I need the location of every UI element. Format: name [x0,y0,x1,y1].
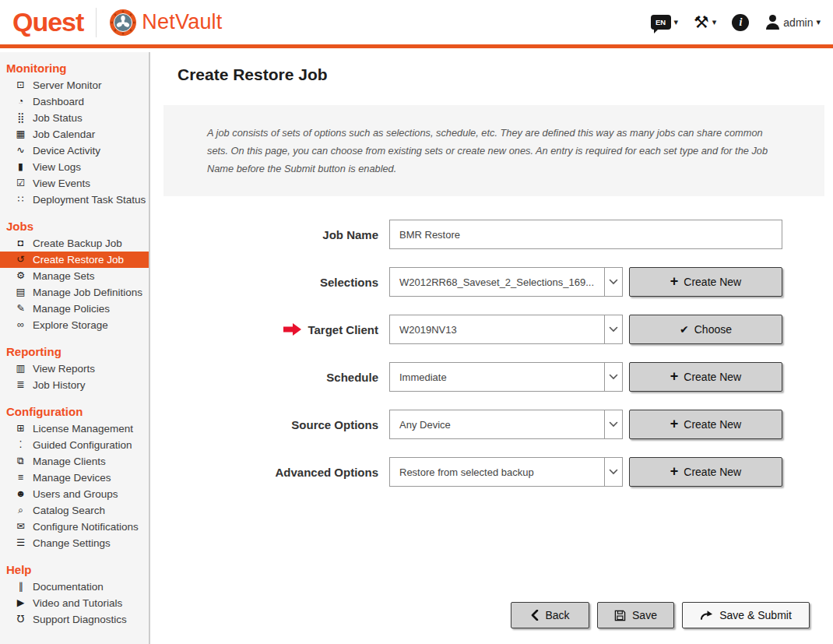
device-activity-icon: ∿ [14,146,27,156]
source-options-create-new-button[interactable]: + Create New [629,410,782,439]
job-name-input[interactable] [389,220,782,249]
manage-policies-icon: ✎ [14,304,27,314]
chevron-down-icon [609,421,618,428]
section-title-reporting: Reporting [0,343,149,361]
schedule-select[interactable] [389,362,604,392]
quest-logo: Quest [12,7,83,37]
sidebar-item-view-reports[interactable]: ▥ View Reports [0,361,149,377]
sidebar-item-manage-job-definitions[interactable]: ▤ Manage Job Definitions [0,284,149,301]
schedule-create-new-button[interactable]: + Create New [629,362,782,392]
sidebar-item-server-monitor[interactable]: ⊡ Server Monitor [0,77,149,93]
page-title: Create Restore Job [177,65,833,84]
section-title-configuration: Configuration [0,403,149,421]
selections-create-new-button[interactable]: + Create New [629,267,782,297]
chevron-down-icon: ▾ [712,18,717,26]
sidebar-item-job-history[interactable]: ≣ Job History [0,377,149,393]
sidebar-item-support-diagnostics[interactable]: ℧ Support Diagnostics [0,611,149,628]
sidebar-item-change-settings[interactable]: ☰ Change Settings [0,535,149,551]
source-options-select[interactable] [389,410,604,439]
info-icon: i [732,14,749,31]
page-description: A job consists of sets of options such a… [163,105,824,196]
advanced-options-select[interactable] [389,457,604,487]
advanced-options-create-new-button[interactable]: + Create New [629,457,782,487]
sidebar-item-create-restore-job[interactable]: ↺ Create Restore Job [0,252,149,268]
sidebar-item-create-backup-job[interactable]: ◘ Create Backup Job [0,235,149,252]
save-and-submit-button[interactable]: Save & Submit [682,602,810,628]
create-backup-job-icon: ◘ [14,238,27,248]
sidebar-item-device-activity[interactable]: ∿ Device Activity [0,143,149,159]
sidebar-item-configure-notifications[interactable]: ✉ Configure Notifications [0,519,149,535]
footer-actions: Back Save Save & Submit [152,602,810,628]
form-row-advanced-options: Advanced Options + Create New [152,457,833,487]
user-menu[interactable]: admin ▾ [764,15,821,30]
chevron-down-icon [609,469,618,475]
save-button[interactable]: Save [597,602,674,628]
target-client-select[interactable] [389,315,604,344]
plus-icon: + [670,417,679,431]
form-row-job-name: Job Name [152,220,833,249]
netvault-logo-icon [109,9,137,37]
job-calendar-icon: ▦ [14,129,27,139]
plus-icon: + [670,274,679,288]
plus-icon: + [670,369,679,383]
view-reports-icon: ▥ [14,364,27,374]
source-options-dropdown-button[interactable] [604,410,623,439]
target-client-pointer-icon [283,323,301,336]
tools-icon: ⚒ [694,14,709,31]
main-content: Create Restore Job A job consists of set… [152,52,833,644]
job-status-icon: ⣿ [14,113,27,123]
sidebar-item-dashboard[interactable]: ◔ Dashboard [0,93,149,110]
language-dropdown[interactable]: EN ▾ [651,15,679,30]
source-options-label: Source Options [152,418,389,431]
sidebar-item-video-and-tutorials[interactable]: ▶ Video and Tutorials [0,595,149,611]
selections-label: Selections [152,276,389,289]
video-and-tutorials-icon: ▶ [14,598,27,608]
target-client-dropdown-button[interactable] [604,315,623,344]
tools-dropdown[interactable]: ⚒ ▾ [694,14,716,31]
sidebar-item-users-and-groups[interactable]: ☻ Users and Groups [0,486,149,502]
chevron-down-icon [609,374,618,380]
schedule-dropdown-button[interactable] [604,362,623,392]
sidebar-item-view-events[interactable]: ☑ View Events [0,175,149,192]
info-button[interactable]: i [732,14,749,31]
dashboard-icon: ◔ [14,97,27,107]
netvault-logo: NetVault [142,10,222,34]
sidebar-item-job-calendar[interactable]: ▦ Job Calendar [0,126,149,143]
sidebar-nav: Monitoring ⊡ Server Monitor ◔ Dashboard … [0,52,150,644]
manage-clients-icon: ⧉ [14,456,27,466]
guided-configuration-icon: ⁚ [14,440,27,450]
advanced-options-dropdown-button[interactable] [604,457,623,487]
change-settings-icon: ☰ [14,538,27,548]
advanced-options-label: Advanced Options [152,466,389,479]
check-icon: ✔ [680,324,689,335]
documentation-icon: ∥ [14,582,27,592]
chevron-left-icon [530,610,539,621]
sidebar-item-guided-configuration[interactable]: ⁚ Guided Configuration [0,437,149,453]
schedule-label: Schedule [152,371,389,384]
sidebar-item-catalog-search[interactable]: ⌕ Catalog Search [0,502,149,519]
target-client-choose-button[interactable]: ✔ Choose [629,315,782,344]
support-diagnostics-icon: ℧ [14,614,27,625]
sidebar-item-manage-clients[interactable]: ⧉ Manage Clients [0,453,149,470]
sidebar-item-job-status[interactable]: ⣿ Job Status [0,110,149,126]
create-restore-job-icon: ↺ [14,255,27,265]
logo-divider [96,8,97,37]
back-button[interactable]: Back [511,602,589,628]
sidebar-item-documentation[interactable]: ∥ Documentation [0,579,149,595]
sidebar-item-explore-storage[interactable]: ∞ Explore Storage [0,317,149,333]
sidebar-item-deployment-task-status[interactable]: ∷ Deployment Task Status [0,192,149,208]
sidebar-item-license-management[interactable]: ⊞ License Management [0,421,149,437]
users-and-groups-icon: ☻ [14,489,27,499]
deployment-task-status-icon: ∷ [14,195,27,205]
section-title-jobs: Jobs [0,218,149,235]
sidebar-item-view-logs[interactable]: ▮ View Logs [0,159,149,175]
sidebar-item-manage-devices[interactable]: ≡ Manage Devices [0,470,149,486]
selections-select[interactable] [389,267,604,297]
restore-job-form: Job Name Selections + Create New Tar [152,220,833,487]
sidebar-item-manage-sets[interactable]: ⚙ Manage Sets [0,268,149,284]
view-logs-icon: ▮ [14,162,27,172]
form-row-selections: Selections + Create New [152,267,833,297]
selections-dropdown-button[interactable] [604,267,623,297]
sidebar-item-manage-policies[interactable]: ✎ Manage Policies [0,301,149,317]
section-title-help: Help [0,561,149,579]
